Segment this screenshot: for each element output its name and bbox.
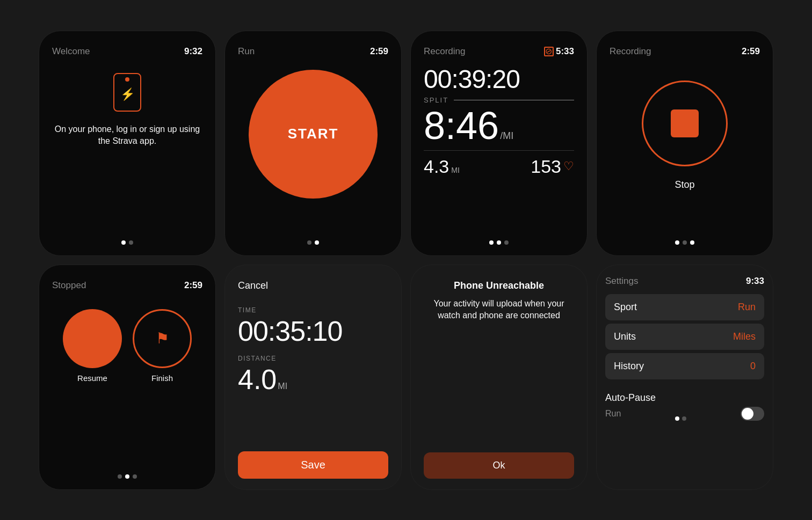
welcome-body: On your phone, log in or sign up using t… — [52, 123, 202, 148]
auto-pause-toggle[interactable] — [741, 407, 764, 421]
screen-run: Run 2:59 START — [224, 31, 402, 256]
rec2-dots — [675, 240, 694, 245]
auto-pause-sub: Run — [605, 409, 621, 419]
rec-stats: 4.3 MI 153 ♡ — [424, 156, 574, 177]
dot-2 — [497, 240, 501, 245]
finish-btn[interactable]: ⚑ Finish — [133, 309, 192, 383]
flag-icon: ⚑ — [156, 329, 169, 347]
sport-value: Run — [738, 302, 756, 313]
dot-1 — [121, 240, 126, 245]
split-num: 8:46 — [424, 106, 499, 145]
sport-row[interactable]: Sport Run — [605, 294, 764, 320]
split-header: SPLIT — [424, 96, 574, 104]
distance-area: 4.0 MI — [238, 363, 388, 396]
screen-recording1: Recording ⊘ 5:33 00:39:20 SPLIT 8:46 /MI… — [410, 31, 588, 256]
rec2-time: 2:59 — [742, 46, 760, 57]
dot-1 — [307, 240, 311, 245]
distance-label: DISTANCE — [238, 355, 388, 362]
rec1-header: Recording ⊘ 5:33 — [424, 46, 574, 57]
settings-title: Settings — [605, 276, 638, 287]
resume-btn[interactable]: Resume — [63, 309, 122, 383]
auto-pause-label: Auto-Pause — [605, 387, 656, 404]
run-header: Run 2:59 — [238, 46, 388, 57]
dot-1 — [489, 240, 494, 245]
ok-button[interactable]: Ok — [424, 452, 574, 479]
history-label: History — [614, 361, 644, 372]
start-button[interactable]: START — [249, 70, 378, 199]
welcome-icon-area: ⚡ — [52, 73, 202, 112]
resume-label: Resume — [77, 373, 107, 383]
settings-time: 9:33 — [746, 276, 764, 287]
heart-val: 153 — [531, 156, 561, 177]
unreachable-content: Phone Unreachable Your activity will upl… — [424, 280, 574, 479]
dot-2 — [125, 474, 129, 479]
split-unit: /MI — [500, 131, 513, 141]
units-row[interactable]: Units Miles — [605, 324, 764, 350]
distance-num: 4.0 — [238, 363, 277, 396]
rec-slash-icon: ⊘ — [544, 46, 553, 57]
auto-pause-area: Auto-Pause — [605, 387, 764, 404]
split-divider — [454, 100, 574, 100]
settings-dots — [675, 416, 686, 421]
auto-pause-row: Run — [605, 407, 764, 421]
screen-stopped: Stopped 2:59 Resume ⚑ Finish — [39, 265, 216, 490]
time-value: 00:35:10 — [238, 315, 388, 347]
history-value: 0 — [750, 361, 756, 372]
distance-unit: MI — [278, 382, 287, 391]
distance-val: 4.3 — [424, 156, 449, 177]
dot-2 — [129, 240, 133, 245]
phone-icon: ⚡ — [113, 73, 141, 112]
cancel-button[interactable]: Cancel — [238, 280, 268, 291]
dot-2 — [683, 240, 687, 245]
dot-3 — [504, 240, 509, 245]
rec1-time: 5:33 — [556, 46, 574, 57]
run-dots — [307, 240, 319, 245]
lightning-icon: ⚡ — [120, 87, 135, 101]
dot-3 — [133, 474, 137, 479]
rec-divider — [424, 150, 574, 151]
screen-recording2: Recording 2:59 Stop — [596, 31, 773, 256]
heart-icon: ♡ — [563, 159, 574, 173]
stopped-actions: Resume ⚑ Finish — [63, 309, 192, 383]
rec-box-icon: ⊘ — [544, 47, 554, 56]
finish-circle: ⚑ — [133, 309, 192, 368]
welcome-header: Welcome 9:32 — [52, 46, 202, 57]
toggle-thumb — [742, 408, 753, 420]
unreachable-title: Phone Unreachable — [454, 280, 544, 291]
dot-1 — [675, 416, 679, 421]
stop-icon — [671, 109, 699, 137]
unreachable-body: Your activity will upload when your watc… — [424, 298, 574, 322]
rec2-header: Recording 2:59 — [610, 46, 760, 57]
units-label: Units — [614, 331, 636, 342]
distance-unit: MI — [451, 166, 460, 174]
run-time: 2:59 — [370, 46, 388, 57]
units-value: Miles — [733, 331, 756, 342]
dot-2 — [682, 416, 686, 421]
rec1-elapsed: 00:39:20 — [424, 64, 574, 94]
save-button[interactable]: Save — [238, 451, 388, 479]
finish-label: Finish — [151, 373, 173, 383]
screen-save: Cancel TIME 00:35:10 DISTANCE 4.0 MI Sav… — [224, 265, 402, 490]
dot-1 — [675, 240, 679, 245]
screen-settings: Settings 9:33 Sport Run Units Miles Hist… — [596, 265, 773, 490]
dot-3 — [690, 240, 694, 245]
stopped-time: 2:59 — [184, 280, 202, 291]
main-grid: Welcome 9:32 ⚡ On your phone, log in or … — [39, 31, 773, 490]
rec1-dots — [424, 240, 574, 245]
stop-label: Stop — [675, 179, 694, 191]
sport-label: Sport — [614, 302, 637, 313]
dot-1 — [118, 474, 122, 479]
dot-2 — [315, 240, 319, 245]
run-title: Run — [238, 46, 255, 57]
welcome-title: Welcome — [52, 46, 90, 57]
stop-button[interactable] — [642, 80, 728, 166]
rec1-title: Recording — [424, 46, 466, 57]
save-header: Cancel — [238, 280, 388, 291]
split-value-area: 8:46 /MI — [424, 106, 574, 145]
screen-welcome: Welcome 9:32 ⚡ On your phone, log in or … — [39, 31, 216, 256]
stopped-dots — [118, 474, 137, 479]
stopped-header: Stopped 2:59 — [52, 280, 202, 291]
heart-stat: 153 ♡ — [531, 156, 574, 177]
history-row[interactable]: History 0 — [605, 353, 764, 379]
time-label: TIME — [238, 306, 388, 314]
